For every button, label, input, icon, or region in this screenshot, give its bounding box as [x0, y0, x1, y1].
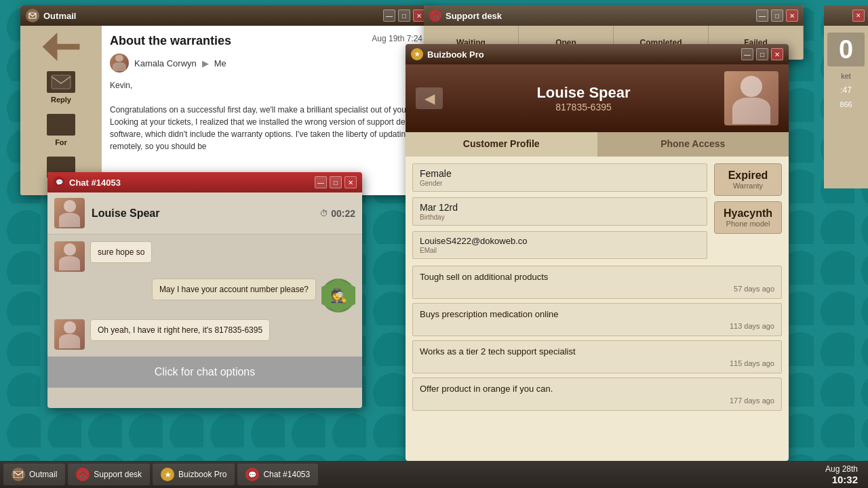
support-close-btn[interactable]: ✕ [786, 9, 798, 22]
ticket-id: 866 [840, 100, 852, 108]
taskbar-date: Aug 28th [825, 464, 858, 474]
buizbook-field-list: Female Gender Mar 12rd Birthday LouiseS4… [412, 163, 707, 259]
support-maximize-btn[interactable]: □ [771, 9, 783, 22]
chat-customer-name: Louise Spear [92, 207, 313, 220]
support-window-controls: — □ ✕ [756, 9, 798, 22]
warranty-label: Warranty [722, 182, 774, 190]
taskbar-outmail-icon [12, 468, 25, 481]
note-text-3: Works as a tier 2 tech support specialis… [420, 346, 774, 357]
ticket-number: 0 [827, 33, 865, 66]
outmail-minimize-btn[interactable]: — [383, 9, 395, 22]
chat-customer-row: Louise Spear ⏱ 00:22 [47, 192, 362, 235]
outmail-title-label: Outmail [43, 11, 76, 21]
right-panel-title: ✕ [824, 5, 868, 26]
tab-phone-access[interactable]: Phone Access [597, 132, 789, 157]
taskbar-chat-icon: 💬 [245, 468, 259, 481]
buizbook-close-btn[interactable]: ✕ [771, 48, 783, 60]
svg-rect-1 [52, 75, 71, 89]
outmail-window-controls: — □ ✕ [383, 9, 425, 22]
taskbar-outmail-label: Outmail [29, 470, 57, 479]
right-close-btn[interactable]: ✕ [852, 9, 865, 22]
chat-minimize-btn[interactable]: — [315, 176, 327, 188]
msg2-text: May I have your account number please? [159, 285, 309, 294]
buizbook-customer-header: ◀ Louise Spear 817835-6395 [406, 64, 789, 132]
phone-model-badge: Hyacynth Phone model [714, 201, 782, 234]
note-text-1: Tough sell on additional products [420, 272, 774, 282]
phone-model-value: Hyacynth [722, 207, 774, 220]
chat-window: 💬 Chat #14053 — □ ✕ Louise Spear ⏱ 00:22 [47, 172, 362, 408]
taskbar-chat-label: Chat #14053 [263, 470, 310, 479]
msg1-bubble: sure hope so [90, 241, 152, 263]
taskbar-support-icon: 🎧 [76, 468, 90, 481]
note-time-3: 115 days ago [420, 359, 774, 367]
taskbar-chat[interactable]: 💬 Chat #14053 [237, 464, 318, 485]
msg3-text: Oh yeah, I have it right here, it's 8178… [98, 325, 262, 335]
support-title-bar: 🎧 Support desk — □ ✕ [424, 5, 804, 26]
chat-title-bar: 💬 Chat #14053 — □ ✕ [47, 172, 362, 192]
taskbar-buizbook-icon: ★ [161, 468, 174, 481]
right-panel-content: 0 ket :47 866 [824, 26, 868, 115]
chat-options-button[interactable]: Click for chat options [47, 357, 362, 388]
email-body: Kevin, Congratulations on a successful f… [110, 79, 422, 152]
email-field: LouiseS4222@dokoweb.co EMail [412, 231, 707, 259]
chat-timer: ⏱ 00:22 [320, 208, 355, 219]
note-time-2: 113 days ago [420, 322, 774, 330]
email-label: EMail [420, 247, 700, 254]
note-item-3: Works as a tier 2 tech support specialis… [412, 340, 782, 373]
reply-label: Reply [51, 96, 71, 104]
support-app-icon: 🎧 [429, 9, 441, 22]
reply-envelope-icon [47, 71, 75, 93]
buizbook-app-icon: ★ [411, 48, 423, 60]
outmail-sidebar: Reply For De [20, 26, 102, 195]
warranty-status: Expired [722, 169, 774, 182]
chat-message-3: Oh yeah, I have it right here, it's 8178… [54, 319, 355, 350]
outmail-forward-button[interactable]: For [47, 114, 75, 146]
msg1-text: sure hope so [98, 247, 144, 257]
right-panel: ✕ 0 ket :47 866 [824, 5, 868, 188]
taskbar-buizbook[interactable]: ★ Buizbook Pro [153, 464, 235, 485]
taskbar: Outmail 🎧 Support desk ★ Buizbook Pro 💬 … [0, 461, 868, 488]
tab-customer-profile[interactable]: Customer Profile [406, 132, 597, 157]
chat-message-2: May I have your account number please? 🕵 [54, 279, 355, 312]
outmail-reply-button[interactable]: Reply [47, 71, 75, 104]
taskbar-clock: Aug 28th 10:32 [825, 464, 865, 485]
birthday-label: Birthday [420, 214, 700, 221]
taskbar-outmail[interactable]: Outmail [3, 464, 65, 485]
msg3-bubble: Oh yeah, I have it right here, it's 8178… [90, 319, 270, 341]
outmail-maximize-btn[interactable]: □ [398, 9, 410, 22]
hexagon-agent-icon: 🕵 [321, 279, 355, 312]
clock-icon: ⏱ [320, 209, 328, 218]
chat-app-icon: 💬 [53, 176, 65, 188]
buizbook-title-label: Buizbook Pro [427, 49, 484, 60]
taskbar-support[interactable]: 🎧 Support desk [68, 464, 150, 485]
taskbar-support-label: Support desk [94, 470, 142, 479]
forward-icon [47, 114, 75, 136]
ticket-number-value: 0 [831, 37, 861, 62]
taskbar-time: 10:32 [825, 474, 858, 485]
buizbook-customer-name-section: Louise Spear 817835-6395 [451, 84, 716, 113]
warranty-badge: Expired Warranty [714, 163, 782, 196]
buizbook-back-button[interactable]: ◀ [416, 87, 443, 109]
email-header: About the warranties Aug 19th 7:24 [110, 34, 422, 48]
buizbook-minimize-btn[interactable]: — [741, 48, 753, 60]
buizbook-profile-tabs: Customer Profile Phone Access [406, 132, 789, 157]
chat-close-btn[interactable]: ✕ [344, 176, 357, 188]
outmail-app-icon [26, 9, 39, 22]
email-recipient: Me [214, 58, 226, 68]
note-item-2: Buys prescription medication online 113 … [412, 303, 782, 336]
chat-maximize-btn[interactable]: □ [330, 176, 342, 188]
email-from-line: Kamala Corwyn ▶ Me [110, 54, 422, 73]
back-arrow-icon [43, 33, 80, 61]
chat-options-label: Click for chat options [155, 366, 256, 378]
taskbar-buizbook-label: Buizbook Pro [178, 470, 226, 479]
birthday-value: Mar 12rd [420, 202, 700, 213]
outmail-back-button[interactable] [43, 33, 80, 61]
note-item-1: Tough sell on additional products 57 day… [412, 266, 782, 299]
msg3-avatar [54, 319, 85, 350]
support-minimize-btn[interactable]: — [756, 9, 768, 22]
outmail-email-content: About the warranties Aug 19th 7:24 Kamal… [102, 26, 431, 195]
sender-name: Kamala Corwyn [134, 58, 197, 68]
customer-avatar [724, 71, 778, 125]
buizbook-maximize-btn[interactable]: □ [756, 48, 768, 60]
customer-name: Louise Spear [451, 84, 716, 102]
